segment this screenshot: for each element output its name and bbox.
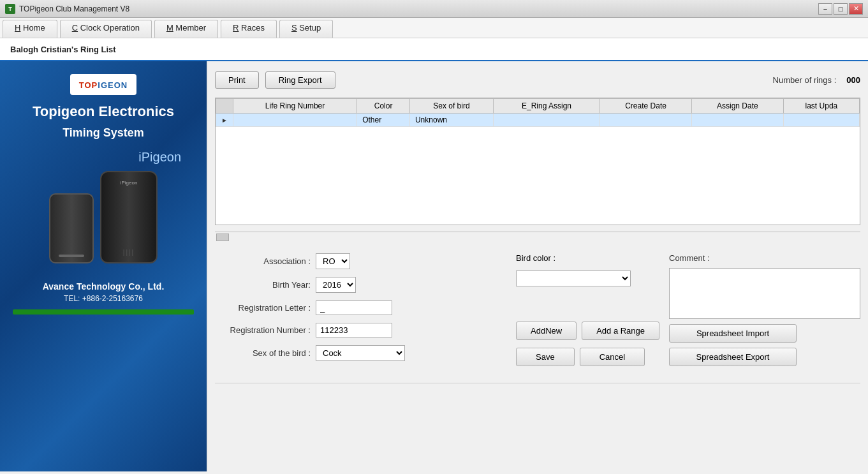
comment-textarea[interactable] [669, 268, 860, 319]
reg-letter-input[interactable] [316, 300, 392, 315]
association-row: Association : RO EU UK [215, 253, 503, 269]
row-indicator: ► [216, 114, 233, 127]
menu-bar: H Home C Clock Operation M Member R Race… [0, 18, 868, 38]
bird-color-label: Bird color : [516, 253, 555, 263]
cell-update [783, 114, 859, 127]
sex-row: Sex of the bird : Cock Hen Unknown [215, 345, 503, 361]
association-select[interactable]: RO EU UK [316, 253, 350, 269]
col-indicator [216, 99, 233, 114]
birth-year-row: Birth Year: 2014 2015 2016 2017 2018 [215, 277, 503, 293]
maximize-button[interactable]: □ [834, 3, 848, 15]
save-cancel-row: Save Cancel [516, 348, 656, 366]
scroll-thumb[interactable] [216, 233, 229, 241]
title-bar: T TOPigeon Club Management V8 − □ ✕ [0, 0, 868, 18]
spreadsheet-export-button[interactable]: Spreadsheet Export [669, 348, 797, 366]
add-buttons-row: AddNew Add a Range [516, 322, 656, 340]
device-large [100, 171, 158, 263]
bottom-divider [215, 383, 860, 383]
sidebar-bottom-bar [13, 309, 194, 315]
ring-export-button[interactable]: Ring Export [265, 71, 335, 89]
birth-year-label: Birth Year: [215, 280, 311, 290]
tab-home[interactable]: H Home [3, 20, 57, 38]
sex-label: Sex of the bird : [215, 348, 311, 358]
page-title: Balogh Cristian's Ring List [0, 38, 868, 61]
table-row[interactable]: ► Other Unknown [216, 114, 860, 127]
minimize-button[interactable]: − [818, 3, 832, 15]
tab-clock[interactable]: C Clock Operation [60, 20, 152, 38]
ipigeon-label: iPigeon [138, 150, 181, 165]
cell-color: Other [357, 114, 410, 127]
company-tel: TEL: +886-2-25163676 [64, 294, 143, 303]
cell-ering [493, 114, 600, 127]
print-button[interactable]: Print [215, 71, 259, 89]
form-left: Association : RO EU UK Birth Year: 2014 … [215, 253, 503, 366]
cell-sex: Unknown [409, 114, 493, 127]
col-ering: E_Ring Assign [493, 99, 600, 114]
birth-year-select[interactable]: 2014 2015 2016 2017 2018 [316, 277, 356, 293]
device-small [49, 193, 94, 263]
reg-letter-row: Registration Letter : [215, 300, 503, 315]
app-icon: T [5, 4, 15, 14]
bird-color-select-row [516, 270, 656, 286]
ring-count-label: Number of rings : [773, 75, 837, 85]
tab-setup[interactable]: S Setup [279, 20, 333, 38]
col-update: last Upda [783, 99, 859, 114]
sex-select[interactable]: Cock Hen Unknown [316, 345, 405, 361]
col-assign: Assign Date [691, 99, 783, 114]
reg-number-input[interactable] [316, 323, 392, 337]
tab-member[interactable]: M Member [154, 20, 218, 38]
cell-create [600, 114, 692, 127]
add-range-button[interactable]: Add a Range [582, 322, 659, 340]
comment-label: Comment : [669, 253, 860, 263]
sidebar-banner: TOPIGEON Topigeon Electronics Timing Sys… [0, 61, 207, 471]
col-life-ring: Life Ring Number [233, 99, 357, 114]
logo-text: TOPIGEON [79, 78, 128, 91]
sidebar: TOPIGEON Topigeon Electronics Timing Sys… [0, 61, 207, 471]
ring-count-value: 000 [846, 75, 860, 85]
reg-number-row: Registration Number : [215, 323, 503, 337]
ring-table-container[interactable]: Life Ring Number Color Sex of bird E_Rin… [215, 98, 860, 225]
spreadsheet-import-button[interactable]: Spreadsheet Import [669, 324, 797, 343]
col-sex: Sex of bird [409, 99, 493, 114]
form-area: Association : RO EU UK Birth Year: 2014 … [215, 248, 860, 371]
app-title: TOPigeon Club Management V8 [19, 4, 129, 13]
device-image [49, 171, 158, 263]
reg-number-label: Registration Number : [215, 325, 311, 335]
main-content: TOPIGEON Topigeon Electronics Timing Sys… [0, 61, 868, 471]
logo-top: TOP [79, 80, 98, 90]
spreadsheet-buttons: Spreadsheet Import Spreadsheet Export [669, 324, 860, 366]
sidebar-title2: Timing System [63, 126, 144, 140]
add-new-button[interactable]: AddNew [516, 322, 577, 340]
reg-letter-label: Registration Letter : [215, 303, 311, 313]
ring-table: Life Ring Number Color Sex of bird E_Rin… [216, 98, 860, 127]
bird-color-select[interactable] [516, 270, 631, 286]
col-create: Create Date [600, 99, 692, 114]
right-panel: Print Ring Export Number of rings : 000 … [207, 61, 868, 471]
table-scroll-bar[interactable] [215, 232, 860, 242]
window-controls: − □ ✕ [818, 3, 863, 15]
form-right: Comment : Spreadsheet Import Spreadsheet… [669, 253, 860, 366]
cell-assign [691, 114, 783, 127]
logo-box: TOPIGEON [70, 74, 136, 95]
close-button[interactable]: ✕ [849, 3, 863, 15]
tab-races[interactable]: R Races [221, 20, 277, 38]
toolbar: Print Ring Export Number of rings : 000 [215, 69, 860, 91]
sidebar-title1: Topigeon Electronics [33, 103, 174, 121]
cancel-button[interactable]: Cancel [580, 348, 645, 366]
save-button[interactable]: Save [516, 348, 575, 366]
col-color: Color [357, 99, 410, 114]
form-mid: Bird color : AddNew Add a Range Save Can… [516, 253, 656, 366]
cell-life-ring [233, 114, 357, 127]
company-name: Avance Technology Co., Ltd. [43, 281, 165, 292]
association-label: Association : [215, 256, 311, 266]
bird-color-row: Bird color : [516, 253, 656, 263]
